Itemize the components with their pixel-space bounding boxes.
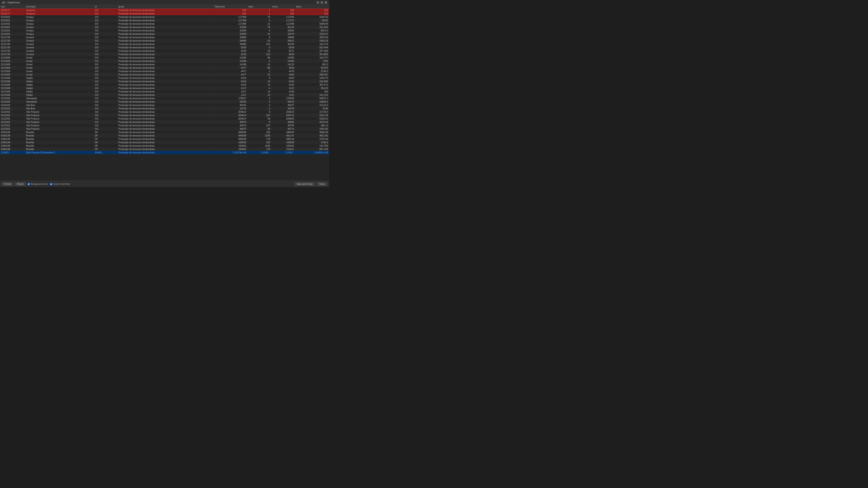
resize-button[interactable]: Resize bbox=[15, 182, 26, 186]
table-row[interactable]: 5222302Vila PropícioGOProdução de lavour… bbox=[0, 121, 329, 124]
dataframe-table-container[interactable]: codmunicipioufgrupoTotal ternovalorsomad… bbox=[0, 5, 329, 181]
table-row[interactable]: 5221601UruaçuGOProdução de lavouras temp… bbox=[0, 29, 329, 32]
close-dialog-button[interactable]: Close bbox=[316, 182, 327, 186]
table-row[interactable]: 5221577UirapuruGOProdução de lavouras te… bbox=[0, 8, 329, 12]
table-cell: 1417 bbox=[213, 87, 247, 90]
table-row[interactable]: 5300108BrasíliaDFProdução de lavouras te… bbox=[0, 137, 329, 141]
bg-color-checkbox[interactable]: Background color bbox=[28, 183, 48, 185]
column-header-cod[interactable]: cod bbox=[0, 5, 25, 8]
table-row[interactable]: 5222203Vila BoaGOProdução de lavouras te… bbox=[0, 103, 329, 107]
table-row[interactable]: 5300108BrasíliaDFProdução de lavouras te… bbox=[0, 141, 329, 144]
table-row[interactable]: 5221809UrutaíGOProdução de lavouras temp… bbox=[0, 73, 329, 76]
table-row[interactable]: 5221809UrutaíGOProdução de lavouras temp… bbox=[0, 63, 329, 66]
table-cell: 8239 bbox=[213, 49, 247, 53]
table-row[interactable]: 5222302Vila PropícioGOProdução de lavour… bbox=[0, 110, 329, 113]
table-cell: Vianópolis bbox=[25, 100, 94, 103]
close-button[interactable]: ✕ bbox=[324, 1, 327, 4]
format-button[interactable]: Format bbox=[2, 182, 13, 186]
table-cell: Uruaná bbox=[25, 46, 94, 49]
table-row[interactable]: 5222203Vila BoaGOProdução de lavouras te… bbox=[0, 107, 329, 110]
table-cell: Urutaí bbox=[25, 63, 94, 66]
table-cell: Produção de lavouras temporárias bbox=[118, 113, 213, 117]
table-row[interactable]: 5221908VarjãoGOProdução de lavouras temp… bbox=[0, 80, 329, 83]
column-header-uf[interactable]: uf bbox=[94, 5, 118, 8]
table-cell: 320 bbox=[271, 8, 295, 12]
table-row[interactable]: 5221809UrutaíGOProdução de lavouras temp… bbox=[0, 66, 329, 70]
table-row[interactable]: 5222005VianópolisGOProdução de lavouras … bbox=[0, 97, 329, 100]
minimize-button[interactable]: ─ bbox=[316, 1, 319, 4]
table-row[interactable]: 5221908VarjãoGOProdução de lavouras temp… bbox=[0, 90, 329, 93]
table-cell: GO bbox=[94, 70, 118, 73]
column-header-soma[interactable]: soma bbox=[271, 5, 295, 8]
table-row[interactable]: 5300108BrasíliaDFProdução de lavouras te… bbox=[0, 144, 329, 148]
table-row[interactable]: 5222302Vila PropícioGOProdução de lavour… bbox=[0, 117, 329, 121]
maximize-button[interactable]: □ bbox=[320, 1, 323, 4]
table-cell: Vianópolis bbox=[25, 97, 94, 100]
table-row[interactable]: 5221700UruanáGOProdução de lavouras temp… bbox=[0, 39, 329, 42]
table-cell: Vila Propício bbox=[25, 124, 94, 127]
table-cell: 178 bbox=[247, 137, 271, 141]
table-cell: 847.376 bbox=[295, 148, 329, 151]
table-cell: 5432 bbox=[271, 80, 295, 83]
col-minmax-checkbox[interactable]: Column min/max bbox=[50, 183, 70, 185]
table-cell: 5222203 bbox=[0, 107, 25, 110]
table-row[interactable]: 5221700UruanáGOProdução de lavouras temp… bbox=[0, 46, 329, 49]
col-minmax-input[interactable] bbox=[50, 183, 52, 185]
table-row[interactable]: 5221577UirapuruGOProdução de lavouras te… bbox=[0, 12, 329, 15]
save-and-close-button[interactable]: Save and Close bbox=[294, 182, 315, 186]
table-row[interactable]: 5221908VarjãoGOProdução de lavouras temp… bbox=[0, 87, 329, 90]
table-cell: 5221700 bbox=[0, 39, 25, 42]
column-header-valor[interactable]: valor bbox=[247, 5, 271, 8]
table-cell: 215 bbox=[247, 42, 271, 46]
table-row[interactable]: 5221601UruaçuGOProdução de lavouras temp… bbox=[0, 32, 329, 36]
table-row[interactable]: 5300108BrasíliaDFProdução de lavouras te… bbox=[0, 131, 329, 134]
table-row[interactable]: 5221809UrutaíGOProdução de lavouras temp… bbox=[0, 70, 329, 73]
table-row[interactable]: 5221700UruanáGOProdução de lavouras temp… bbox=[0, 53, 329, 56]
table-cell: GO bbox=[94, 42, 118, 46]
table-cell: 14313 bbox=[271, 63, 295, 66]
table-cell: Varjão bbox=[25, 80, 94, 83]
table-cell: DF bbox=[94, 137, 118, 141]
table-row[interactable]: 5221601UruaçuGOProdução de lavouras temp… bbox=[0, 22, 329, 26]
table-row[interactable]: 5221700UruanáGOProdução de lavouras temp… bbox=[0, 49, 329, 53]
table-row[interactable]: 5221809UrutaíGOProdução de lavouras temp… bbox=[0, 56, 329, 59]
table-cell: 5300108 bbox=[0, 148, 25, 151]
table-cell: RORO... bbox=[94, 151, 118, 154]
status-bar: Format Resize Background color Column mi… bbox=[0, 181, 329, 187]
table-row[interactable]: 5222302Vila PropícioGOProdução de lavour… bbox=[0, 113, 329, 117]
table-cell: Brasília bbox=[25, 144, 94, 148]
table-row[interactable]: 5221601UruaçuGOProdução de lavouras temp… bbox=[0, 15, 329, 19]
table-row[interactable]: 110001...Alta Floresta D'OesteAlta F...R… bbox=[0, 151, 329, 154]
table-cell: 1417 bbox=[213, 93, 247, 97]
dataframe-table: codmunicipioufgrupoTotal ternovalorsomad… bbox=[0, 5, 329, 154]
table-cell: 2238.5 bbox=[295, 70, 329, 73]
table-cell: GO bbox=[94, 32, 118, 36]
table-row[interactable]: 5221700UruanáGOProdução de lavouras temp… bbox=[0, 36, 329, 39]
table-cell: 1436.5 bbox=[295, 141, 329, 144]
table-row[interactable]: 5300108BrasíliaDFProdução de lavouras te… bbox=[0, 148, 329, 151]
table-row[interactable]: 5221908VarjãoGOProdução de lavouras temp… bbox=[0, 83, 329, 87]
column-header-total_terno[interactable]: Total terno bbox=[213, 5, 247, 8]
table-cell: Varjão bbox=[25, 87, 94, 90]
table-cell: 204623 bbox=[271, 110, 295, 113]
table-cell: Brasília bbox=[25, 141, 94, 144]
column-header-disco[interactable]: disco bbox=[295, 5, 329, 8]
table-row[interactable]: 5221700UruanáGOProdução de lavouras temp… bbox=[0, 42, 329, 46]
table-row[interactable]: 5222302Vila PropícioGOProdução de lavour… bbox=[0, 127, 329, 131]
table-cell: Produção de lavouras temporárias bbox=[118, 127, 213, 131]
table-row[interactable]: 5221908VarjãoGOProdução de lavouras temp… bbox=[0, 76, 329, 80]
table-cell: Varjão bbox=[25, 83, 94, 87]
bg-color-input[interactable] bbox=[28, 183, 30, 185]
column-header-municipio[interactable]: municipio bbox=[25, 5, 94, 8]
table-row[interactable]: 5221908VarjãoGOProdução de lavouras temp… bbox=[0, 93, 329, 97]
table-row[interactable]: 5221809UrutaíGOProdução de lavouras temp… bbox=[0, 59, 329, 63]
table-cell: 178 bbox=[247, 148, 271, 151]
table-row[interactable]: 5300108BrasíliaDFProdução de lavouras te… bbox=[0, 134, 329, 137]
table-row[interactable]: 5221601UruaçuGOProdução de lavouras temp… bbox=[0, 19, 329, 22]
table-row[interactable]: 5222302Vila PropícioGOProdução de lavour… bbox=[0, 124, 329, 127]
window-controls[interactable]: ─ □ ✕ bbox=[316, 1, 327, 4]
column-header-grupo[interactable]: grupo bbox=[118, 5, 213, 8]
table-row[interactable]: 5222005VianópolisGOProdução de lavouras … bbox=[0, 100, 329, 103]
table-row[interactable]: 5221601UruaçuGOProdução de lavouras temp… bbox=[0, 26, 329, 29]
table-cell: 8014.5 bbox=[295, 29, 329, 32]
